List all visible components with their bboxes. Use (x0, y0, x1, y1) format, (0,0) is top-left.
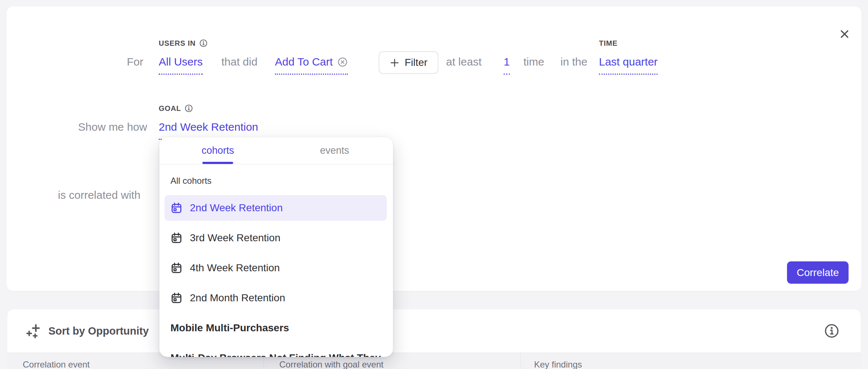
info-icon[interactable] (199, 39, 208, 48)
circle-x-icon[interactable] (337, 57, 348, 67)
cohort-list: 2nd Week Retention 3rd Week Retention 4t… (159, 195, 393, 357)
time-range-selector[interactable]: Last quarter (599, 53, 658, 75)
tab-cohorts[interactable]: cohorts (159, 137, 276, 164)
in-the-words: in the (560, 53, 587, 70)
time-word: time (523, 53, 544, 70)
results-toolbar: Sort by Opportunity (7, 309, 861, 353)
event-value: Add To Cart (275, 53, 333, 70)
calendar-icon (170, 292, 183, 304)
list-item-label: 4th Week Retention (190, 262, 280, 274)
count-selector[interactable]: 1 (504, 53, 510, 75)
correlate-button[interactable]: Correlate (787, 261, 849, 284)
list-item-label: Mobile Multi-Purchasers (170, 322, 289, 334)
info-icon[interactable] (184, 104, 193, 113)
dropdown-tabs: cohorts events (159, 137, 393, 164)
for-word: For (127, 53, 143, 70)
list-item-mobile-multi-purchasers[interactable]: Mobile Multi-Purchasers (165, 315, 387, 341)
results-info-button[interactable] (824, 323, 840, 339)
users-in-label-text: USERS IN (159, 39, 196, 48)
calendar-icon (170, 232, 183, 244)
users-in-label: USERS IN (159, 39, 208, 48)
at-least-words: at least (446, 53, 482, 70)
close-icon (839, 29, 850, 40)
cohorts-section-label: All cohorts (170, 175, 393, 186)
that-did-words: that did (221, 53, 257, 70)
time-label-text: TIME (599, 39, 618, 48)
goal-label: GOAL (159, 104, 193, 113)
list-item-multi-day-browsers[interactable]: Multi-Day Browsers Not Finding What They (165, 345, 387, 357)
goal-label-text: GOAL (159, 104, 181, 113)
event-selector[interactable]: Add To Cart (275, 53, 348, 75)
list-item-2nd-month-retention[interactable]: 2nd Month Retention (165, 285, 387, 311)
tab-events[interactable]: events (276, 137, 393, 164)
list-item-label: 2nd Month Retention (190, 292, 285, 304)
show-me-how-words: Show me how (78, 119, 147, 135)
goal-selector[interactable]: 2nd Week Retention (159, 119, 258, 140)
results-table-header: Correlation event Correlation with goal … (7, 353, 861, 369)
is-correlated-with-words: is correlated with (58, 187, 140, 204)
results-card: Sort by Opportunity Correlation event Co… (7, 309, 861, 369)
column-header-key-findings[interactable]: Key findings (521, 353, 861, 369)
sort-by-opportunity-button[interactable]: Sort by Opportunity (26, 309, 149, 353)
filter-button-label: Filter (405, 57, 427, 68)
list-item-label: Multi-Day Browsers Not Finding What They (170, 352, 381, 357)
list-item-label: 3rd Week Retention (190, 232, 280, 244)
sparkle-plus-icon (26, 323, 43, 339)
list-item-label: 2nd Week Retention (190, 202, 283, 214)
list-item-4th-week-retention[interactable]: 4th Week Retention (165, 255, 387, 281)
list-item-3rd-week-retention[interactable]: 3rd Week Retention (165, 225, 387, 251)
active-tab-indicator (159, 162, 276, 164)
sort-by-opportunity-label: Sort by Opportunity (48, 325, 149, 337)
add-filter-button[interactable]: Filter (379, 51, 438, 74)
goal-picker-dropdown: cohorts events All cohorts 2nd Week Rete… (159, 137, 393, 357)
list-item-2nd-week-retention[interactable]: 2nd Week Retention (165, 195, 387, 221)
close-button[interactable] (836, 26, 853, 42)
info-icon (824, 323, 840, 339)
calendar-icon (170, 202, 183, 214)
plus-icon (390, 58, 400, 68)
cohort-selector[interactable]: All Users (159, 53, 203, 75)
correlation-builder-card: USERS IN TIME For All Users that did Add… (7, 7, 861, 291)
calendar-icon (170, 262, 183, 274)
time-label: TIME (599, 39, 618, 48)
